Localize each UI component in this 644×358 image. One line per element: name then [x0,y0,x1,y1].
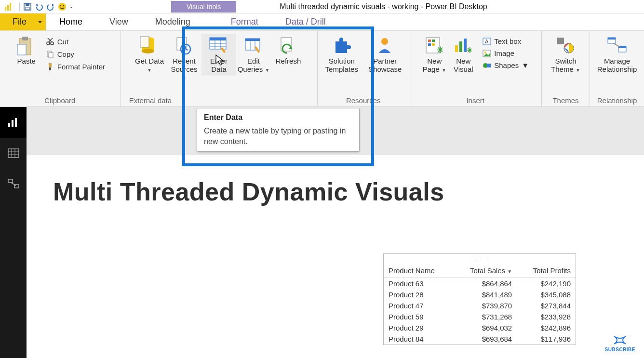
svg-rect-74 [8,179,13,183]
model-view-button[interactable] [0,169,27,199]
switch-theme-button[interactable]: Switch Theme ▼ [546,34,585,76]
format-painter-button[interactable]: Format Painter [44,61,107,72]
data-table: Product Name Total Sales▼ Total Profits … [384,263,576,345]
manage-relationships-button[interactable]: Manage Relationship [593,34,641,76]
group-external-label: External data [126,94,312,106]
svg-rect-68 [15,118,17,127]
cell-profits: $242,190 [517,278,576,290]
app-logo [2,1,15,13]
qat-dropdown-icon[interactable] [68,1,75,13]
data-drill-tab[interactable]: Data / Drill [272,13,339,30]
svg-rect-30 [210,38,226,40]
table-row[interactable]: Product 47$739,870$273,844 [384,300,576,311]
subscribe-badge[interactable]: SUBSCRIBE [605,334,635,352]
svg-text:✳: ✳ [467,46,471,54]
svg-rect-37 [245,39,260,41]
solution-templates-button[interactable]: Solution Templates [320,34,363,76]
new-page-button[interactable]: ✳ New Page ▼ [420,34,449,76]
modeling-tab[interactable]: Modeling [142,13,204,30]
contextual-tab-header: Visual tools [171,1,236,13]
cell-sales: $694,032 [453,322,517,333]
svg-rect-59 [557,38,564,44]
view-tab[interactable]: View [96,13,142,30]
paste-button[interactable]: Paste [13,34,40,67]
table-row[interactable]: Product 63$864,864$242,190 [384,278,576,290]
solution-templates-label: Solution Templates [321,57,362,74]
paintbrush-icon [46,62,54,71]
separator [19,2,20,11]
person-icon [375,36,395,56]
svg-rect-12 [17,44,26,55]
smiley-icon[interactable] [56,1,68,13]
get-data-button[interactable]: Get Data ▼ [132,34,167,76]
report-view-button[interactable] [0,107,27,138]
group-resources-label: Resources [346,94,381,106]
svg-rect-20 [49,67,51,70]
svg-rect-0 [5,7,6,11]
dna-icon [612,334,628,346]
table-row[interactable]: Product 29$694,032$242,896 [384,322,576,333]
cell-name: Product 84 [384,333,453,345]
new-page-label: New Page [423,57,442,73]
cut-button[interactable]: Cut [44,36,107,47]
recent-sources-button[interactable]: Recent Sources ▼ [167,34,201,84]
cell-profits: $273,844 [517,300,576,311]
text-box-button[interactable]: A Text box [481,36,531,47]
recent-icon [174,36,194,56]
cell-sales: $864,864 [453,278,517,290]
visual-drag-handle[interactable]: ═══ [384,254,576,263]
sort-desc-icon: ▼ [507,269,512,274]
copy-label: Copy [57,50,74,58]
svg-point-6 [58,3,66,11]
refresh-button[interactable]: Refresh [271,34,306,67]
svg-rect-9 [69,5,73,5]
col-header-name[interactable]: Product Name [384,263,453,278]
enter-data-button[interactable]: Enter Data [201,34,236,76]
partner-showcase-button[interactable]: Partner Showcase [363,34,407,76]
scissors-icon [46,37,54,46]
page-heading: Multi Threaded Dynamic Visuals [53,177,444,206]
new-visual-button[interactable]: ✳ New Visual [449,34,478,76]
cell-sales: $739,870 [453,300,517,311]
title-bar: Visual tools Multi threaded dynamic visu… [0,0,644,13]
save-icon[interactable] [22,1,33,13]
table-row[interactable]: Product 28$841,489$345,088 [384,289,576,300]
image-button[interactable]: Image [481,48,531,59]
relationship-icon [607,36,627,56]
copy-button[interactable]: Copy [44,48,107,60]
svg-line-65 [614,43,620,47]
redo-icon[interactable] [45,1,56,13]
group-insert-label: Insert [466,94,484,106]
data-view-button[interactable] [0,138,27,169]
svg-rect-4 [26,3,29,6]
file-tab-label: File [13,17,27,27]
image-icon [483,50,491,57]
ribbon-tabs: File Home View Modeling Format Data / Dr… [0,13,644,31]
file-tab[interactable]: File [0,13,46,30]
edit-queries-icon [243,36,264,56]
col-header-sales[interactable]: Total Sales▼ [453,263,517,278]
home-tab[interactable]: Home [46,13,96,30]
svg-line-76 [11,183,16,186]
cell-sales: $693,684 [453,333,517,345]
textbox-icon: A [483,38,491,45]
svg-rect-24 [140,37,149,47]
table-row[interactable]: Product 59$731,268$233,928 [384,311,576,322]
cell-profits: $233,928 [517,311,576,322]
svg-rect-1 [7,5,9,11]
tooltip-title: Enter Data [204,113,352,122]
cell-profits: $345,088 [517,289,576,300]
chevron-down-icon: ▼ [522,61,529,69]
refresh-label: Refresh [276,57,301,65]
group-external-data: Get Data ▼ Recent Sources ▼ Enter Data E… [121,31,318,106]
edit-queries-button[interactable]: Edit Queries ▼ [236,34,271,76]
enter-data-label: Enter Data [202,57,235,74]
get-data-label: Get Data [135,57,164,65]
format-tab[interactable]: Format [217,13,272,30]
undo-icon[interactable] [33,1,45,13]
table-row[interactable]: Product 84$693,684$117,936 [384,333,576,345]
shapes-button[interactable]: Shapes ▼ [481,60,531,71]
col-header-profits[interactable]: Total Profits [517,263,576,278]
table-visual[interactable]: ═══ Product Name Total Sales▼ Total Prof… [383,253,576,345]
cell-name: Product 29 [384,322,453,333]
